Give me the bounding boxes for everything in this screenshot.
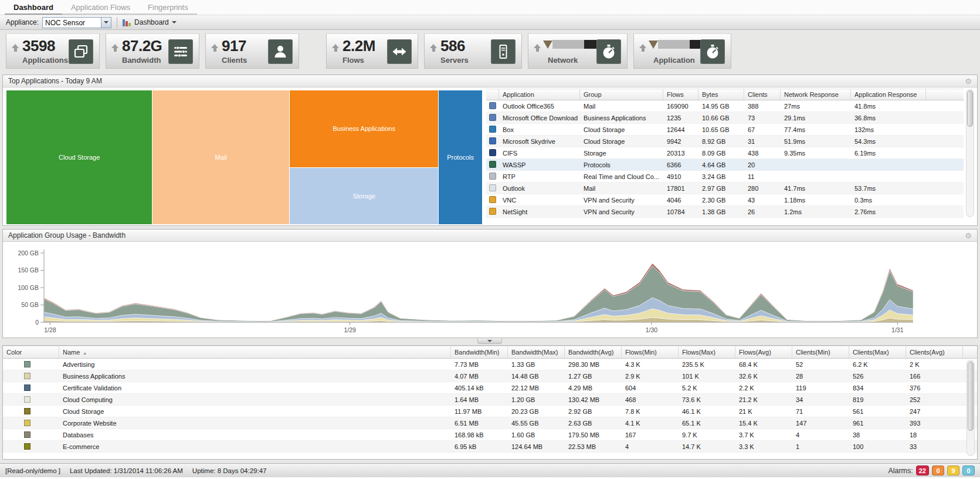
column-header-flows-min[interactable]: Flows(Min): [622, 346, 679, 358]
alarm-badge-error[interactable]: 0: [932, 465, 944, 475]
dashboard-chart-icon: [123, 19, 131, 26]
table-row-outlook-office365[interactable]: Outlook Office365Mail16909014.95 GB38827…: [486, 100, 964, 112]
cell-v3: 604: [622, 382, 679, 393]
treemap-block-business-applications[interactable]: Business Applications: [290, 90, 439, 168]
top-applications-table: ApplicationGroupFlowsBytesClientsNetwork…: [486, 89, 964, 218]
stat-label: Flows: [343, 56, 364, 65]
column-header-group[interactable]: Group: [580, 89, 663, 100]
column-header-color[interactable]: Color: [3, 346, 59, 358]
tab-fingerprints[interactable]: Fingerprints: [139, 0, 197, 15]
cell-application_response: [851, 171, 926, 182]
legend-row-e-commerce[interactable]: E-commerce6.95 kB124.64 MB22.53 MB414.7 …: [3, 441, 977, 453]
cell-application: Microsoft Office Download: [499, 112, 580, 123]
cell-v1: 14.48 GB: [508, 370, 565, 382]
column-header-application-response[interactable]: Application Response: [851, 89, 926, 100]
table-row-netsight[interactable]: NetSightVPN and Security107841.38 GB261.…: [486, 206, 964, 218]
up-arrow-icon: [639, 44, 646, 52]
table-row-rtp[interactable]: RTPReal Time and Cloud Co...49103.24 GB1…: [486, 171, 964, 183]
vnc-icon: [489, 196, 496, 203]
legend-row-certificate-validation[interactable]: Certificate Validation405.14 kB22.12 MB4…: [3, 382, 977, 394]
stat-card-clients[interactable]: 917Clients: [205, 33, 299, 69]
column-header-blank[interactable]: [963, 346, 977, 358]
legend-row-databases[interactable]: Databases168.98 kB1.60 GB179.50 MB1679.7…: [3, 429, 977, 441]
legend-row-business-applications[interactable]: Business Applications4.07 MB14.48 GB1.27…: [3, 370, 977, 382]
gear-icon[interactable]: ⚙: [965, 232, 972, 240]
column-header-bandwidth-max[interactable]: Bandwidth(Max): [508, 346, 565, 358]
column-header-network-response[interactable]: Network Response: [781, 89, 851, 100]
stat-card-flows[interactable]: 2.2MFlows: [326, 33, 418, 69]
toolbar-separator: [117, 17, 117, 28]
table-row-microsoft-skydrive[interactable]: Microsoft SkydriveCloud Storage99428.92 …: [486, 136, 964, 147]
redacted-segment-light: [552, 40, 584, 49]
stat-card-network[interactable]: Network: [528, 33, 628, 69]
chevron-down-icon[interactable]: [101, 18, 111, 28]
tab-dashboard[interactable]: Dashboard: [5, 0, 62, 15]
alarm-badge-warning[interactable]: 9: [947, 465, 959, 475]
treemap-block-mail[interactable]: Mail: [152, 90, 290, 225]
column-header-application[interactable]: Application: [499, 89, 580, 100]
cell-v8: 18: [906, 429, 963, 440]
up-arrow-icon: [332, 44, 339, 52]
table-row-cifs[interactable]: CIFSStorage203138.09 GB4389.35ms6.19ms: [486, 147, 964, 159]
cell-v0: 6.95 kB: [451, 441, 508, 452]
treemap-block-protocols[interactable]: Protocols: [439, 90, 483, 225]
bandwidth-area-chart[interactable]: 200 GB150 GB100 GB50 GB01/281/291/301/31: [3, 242, 977, 338]
legend-table-scrollbar[interactable]: [967, 360, 975, 456]
cell-color: [3, 417, 59, 429]
column-header-clients-min[interactable]: Clients(Min): [792, 346, 849, 358]
column-header-blank[interactable]: [926, 89, 964, 100]
dashboard-menu-button[interactable]: Dashboard: [134, 18, 177, 26]
column-header-clients-max[interactable]: Clients(Max): [849, 346, 906, 358]
x-axis-tick-label: 1/31: [891, 326, 904, 333]
treemap-block-storage[interactable]: Storage: [290, 168, 439, 225]
column-header-flows-avg[interactable]: Flows(Avg): [735, 346, 792, 358]
legend-row-cloud-computing[interactable]: Cloud Computing1.64 MB1.20 GB130.42 MB46…: [3, 394, 977, 406]
cell-flows: 10784: [663, 206, 698, 217]
cell-group: Real Time and Cloud Co...: [580, 171, 663, 182]
treemap-block-cloud-storage[interactable]: Cloud Storage: [6, 90, 152, 225]
column-header-flows-max[interactable]: Flows(Max): [679, 346, 735, 358]
apps-table-scrollbar[interactable]: [966, 89, 974, 217]
cell-v6: 147: [792, 417, 849, 429]
cell-clients: 11: [744, 171, 781, 182]
legend-row-corporate-website[interactable]: Corporate Website6.51 MB45.55 GB2.63 GB4…: [3, 417, 977, 429]
stat-label: Bandwidth: [122, 56, 161, 65]
alarm-badges: 22090: [916, 465, 975, 475]
tab-application-flows[interactable]: Application Flows: [62, 0, 139, 15]
alarm-badge-critical[interactable]: 22: [916, 465, 929, 475]
stat-card-applications[interactable]: 3598Applications: [6, 33, 100, 69]
legend-row-advertising[interactable]: Advertising7.73 MB1.33 GB298.30 MB4.3 K2…: [3, 359, 977, 370]
cell-v6: 52: [792, 359, 849, 370]
alarm-badge-info[interactable]: 0: [962, 465, 975, 475]
stopwatch-icon: [596, 39, 621, 64]
netsight-icon: [489, 208, 496, 215]
splitter-collapse-button[interactable]: [477, 339, 502, 344]
scrollbar-thumb[interactable]: [967, 90, 973, 127]
stat-card-application[interactable]: Application: [633, 33, 731, 69]
y-axis-tick-label: 0: [35, 319, 39, 326]
cell-icon: [486, 100, 499, 112]
column-header-bytes[interactable]: Bytes: [698, 89, 744, 100]
gear-icon[interactable]: ⚙: [965, 77, 972, 85]
table-row-vnc[interactable]: VNCVPN and Security40462.30 GB431.18ms0.…: [486, 194, 964, 206]
table-row-wassp[interactable]: WASSPProtocols63664.64 GB20: [486, 159, 964, 171]
column-header-bandwidth-avg[interactable]: Bandwidth(Avg): [565, 346, 622, 358]
table-row-box[interactable]: BoxCloud Storage1264410.65 GB6777.4ms132…: [486, 124, 964, 136]
table-row-outlook[interactable]: OutlookMail178012.97 GB28041.7ms53.7ms: [486, 183, 964, 194]
scrollbar-thumb[interactable]: [968, 362, 974, 431]
appliance-select[interactable]: NOC Sensor: [42, 17, 111, 28]
stat-card-servers[interactable]: 586Servers: [424, 33, 522, 69]
table-row-microsoft-office-download[interactable]: Microsoft Office DownloadBusiness Applic…: [486, 112, 964, 124]
cell-v8: 252: [906, 394, 963, 405]
legend-row-cloud-storage[interactable]: Cloud Storage11.97 MB20.23 GB2.92 GB7.8 …: [3, 406, 977, 417]
stat-card-bandwidth[interactable]: 87.2GBandwidth: [106, 33, 199, 69]
cell-bytes: 1.38 GB: [698, 206, 744, 217]
column-header-flows[interactable]: Flows: [663, 89, 698, 100]
column-header-clients[interactable]: Clients: [744, 89, 781, 100]
column-header-name[interactable]: Name▲: [59, 346, 451, 358]
color-swatch: [24, 361, 30, 367]
column-header-clients-avg[interactable]: Clients(Avg): [906, 346, 963, 358]
cell-application_response: 6.19ms: [851, 147, 926, 158]
column-header-blank[interactable]: [486, 89, 499, 100]
column-header-bandwidth-min[interactable]: Bandwidth(Min): [451, 346, 508, 358]
